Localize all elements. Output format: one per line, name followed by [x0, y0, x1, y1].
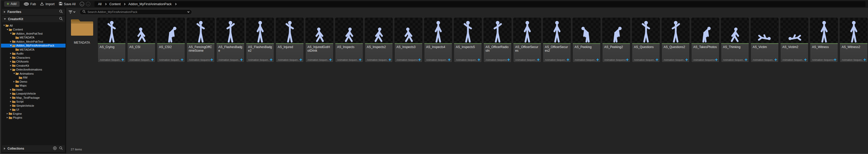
add-to-scene-plus-button[interactable]: + [804, 58, 807, 61]
asset-tile-as_crying[interactable]: AS_CryingAnimation Sequen...+ [98, 18, 125, 62]
expand-arrow-icon[interactable] [4, 148, 5, 150]
tree-item-animations[interactable]: Animations [1, 71, 66, 76]
add-to-scene-plus-button[interactable]: + [596, 58, 599, 61]
tree-item-lowpolyvehicle[interactable]: LowpolyVehicle [1, 92, 66, 96]
collapse-arrow-icon[interactable] [3, 25, 5, 26]
expand-arrow-icon[interactable] [6, 117, 9, 118]
add-to-scene-plus-button[interactable]: + [685, 58, 688, 61]
asset-tile-as_injured[interactable]: AS_InjuredAnimation Sequen...+ [276, 18, 304, 62]
asset-tile-as_questions2[interactable]: AS_Questions2Animation Sequen...+ [662, 18, 689, 62]
add-collection-icon[interactable] [53, 146, 57, 151]
collections-section-header[interactable]: Collections [2, 145, 65, 152]
asset-tile-as_fencingoffcrimescene[interactable]: AS_FencingOffCrimeSceneAnimation Sequenc… [187, 18, 215, 62]
add-to-scene-plus-button[interactable]: + [715, 58, 718, 61]
expand-arrow-icon[interactable] [9, 65, 12, 66]
tree-item-audio[interactable]: Audio [1, 52, 66, 56]
tree-item-all[interactable]: All [1, 24, 66, 28]
expand-arrow-icon[interactable] [9, 93, 12, 94]
collapse-arrow-icon[interactable] [6, 29, 9, 30]
expand-arrow-icon[interactable] [9, 61, 12, 62]
collapse-arrow-icon[interactable] [9, 69, 12, 70]
asset-search-bar[interactable] [80, 9, 192, 15]
asset-tile-as_takesphotos[interactable]: AS_TakesPhotosAnimation Sequence+ [691, 18, 719, 62]
expand-arrow-icon[interactable] [9, 97, 12, 98]
tree-item-plugins[interactable]: Plugins [1, 116, 66, 120]
breadcrumb-item-content[interactable]: Content [110, 2, 121, 6]
collapse-arrow-icon[interactable] [9, 45, 12, 46]
asset-tile-as_officersecures2[interactable]: AS_OfficerSecures2Animation Sequen...+ [543, 18, 571, 62]
tree-item-content[interactable]: Content [1, 28, 66, 32]
search-icon[interactable] [59, 146, 63, 151]
asset-tile-as_witness[interactable]: AS_WitnessAnimation Sequence+ [810, 18, 838, 62]
add-to-scene-plus-button[interactable]: + [300, 58, 302, 61]
add-to-scene-plus-button[interactable]: + [626, 58, 629, 61]
asset-tile-as_officersecures[interactable]: AS_OfficerSecuresAnimation Sequen...+ [514, 18, 541, 62]
add-to-scene-plus-button[interactable]: + [359, 58, 362, 61]
creatorkit-section-header[interactable]: CreatorKit [2, 16, 65, 22]
add-to-scene-plus-button[interactable]: + [507, 58, 510, 61]
folder-item-metadata[interactable]: METADATA [68, 18, 96, 44]
add-to-scene-plus-button[interactable]: + [240, 58, 243, 61]
expand-arrow-icon[interactable] [9, 101, 12, 102]
asset-tile-as_victim2[interactable]: AS_Victim2Animation Sequen...+ [780, 18, 808, 62]
asset-tile-as_csi[interactable]: AS_CSIAnimation Sequen...+ [127, 18, 155, 62]
expand-arrow-icon[interactable] [4, 11, 5, 13]
collapse-arrow-icon[interactable] [9, 33, 12, 34]
asset-tile-as_flashesbadge2[interactable]: AS_FlashesBadge2Animation Sequen...+ [246, 18, 274, 62]
asset-tile-as_inspects3[interactable]: AS_Inspects3Animation Sequence+ [395, 18, 422, 62]
history-forward-button[interactable]: → [86, 2, 90, 6]
tree-item-demo[interactable]: Demo [1, 80, 66, 84]
tree-item-ckassets[interactable]: CKAssets [1, 60, 66, 64]
add-to-scene-plus-button[interactable]: + [477, 58, 480, 61]
tree-item-addon_animpaktest[interactable]: Addon_AnimPakTest [1, 32, 66, 36]
add-to-scene-plus-button[interactable]: + [151, 58, 154, 61]
asset-tile-as_witness2[interactable]: AS_Witness2Animation Sequen...+ [840, 18, 867, 62]
tree-item-script[interactable]: Script [1, 100, 66, 104]
tree-item-addon_meshpaktest[interactable]: Addon_MeshPakTest [1, 39, 66, 44]
asset-tile-as_questions[interactable]: AS_QuestionsAnimation Sequen...+ [632, 18, 660, 62]
asset-tile-as_injuredgothotdrink[interactable]: AS_InjuredGotHotDrinkAnimation Sequen...… [306, 18, 333, 62]
add-to-scene-plus-button[interactable]: + [210, 58, 213, 61]
tree-item-helix[interactable]: Helix [1, 88, 66, 92]
tree-item-creatorkit[interactable]: CreatorKit [1, 64, 66, 68]
asset-tile-as_inspects4[interactable]: AS_Inspects4Animation Sequen...+ [424, 18, 452, 62]
fab-button[interactable]: FAB Fab [24, 2, 36, 6]
history-back-button[interactable]: ← [80, 2, 84, 6]
asset-tile-as_csi2[interactable]: AS_CSI2Animation Sequen...+ [157, 18, 185, 62]
asset-tile-as_inspects2[interactable]: AS_Inspects2Animation Sequen...+ [365, 18, 393, 62]
expand-arrow-icon[interactable] [9, 53, 12, 54]
favorites-section-header[interactable]: Favorites [2, 9, 65, 15]
asset-tile-as_inspects5[interactable]: AS_Inspects5Animation Sequen...+ [454, 18, 482, 62]
tree-item-rm[interactable]: RM [1, 76, 66, 80]
expand-arrow-icon[interactable] [9, 57, 12, 58]
search-input[interactable] [88, 10, 186, 13]
breadcrumb-item-all[interactable]: All [98, 2, 102, 6]
expand-arrow-icon[interactable] [13, 81, 16, 83]
filters-button[interactable] [69, 10, 79, 13]
save-all-button[interactable]: Save All [59, 2, 75, 6]
tree-item-maps[interactable]: Maps [1, 84, 66, 88]
add-to-scene-plus-button[interactable]: + [448, 58, 451, 61]
asset-tile-as_inspects[interactable]: AS_InspectsAnimation Sequen...+ [335, 18, 363, 62]
search-icon[interactable] [59, 17, 63, 22]
add-to-scene-plus-button[interactable]: + [656, 58, 658, 61]
asset-tile-as_peeking2[interactable]: AS_Peeking2Animation Sequence+ [602, 18, 630, 62]
tree-item-map_testpackage[interactable]: Map_TestPackage [1, 96, 66, 100]
breadcrumb-item-current-folder[interactable]: Addon_MyFirstAnimationPack [128, 2, 172, 6]
add-to-scene-plus-button[interactable]: + [329, 58, 332, 61]
tree-item-metadata[interactable]: METADATA [1, 48, 66, 52]
search-icon[interactable] [59, 9, 63, 14]
add-to-scene-plus-button[interactable]: + [121, 58, 124, 61]
expand-arrow-icon[interactable] [9, 105, 12, 106]
collapse-arrow-icon[interactable] [13, 73, 16, 74]
asset-tile-as_thinking[interactable]: AS_ThinkingAnimation Sequen...+ [721, 18, 749, 62]
add-to-scene-plus-button[interactable]: + [181, 58, 184, 61]
tree-item-detectiveanimations[interactable]: DetectiveAnimations [1, 68, 66, 72]
expand-arrow-icon[interactable] [9, 41, 12, 42]
expand-arrow-icon[interactable] [6, 113, 9, 115]
tree-item-characters[interactable]: Characters [1, 56, 66, 60]
import-button[interactable]: Import [40, 2, 55, 6]
tree-item-metadata[interactable]: METADATA [1, 36, 66, 40]
asset-tile-as_peeking[interactable]: AS_PeekingAnimation Sequen...+ [573, 18, 600, 62]
expand-arrow-icon[interactable] [9, 109, 12, 110]
